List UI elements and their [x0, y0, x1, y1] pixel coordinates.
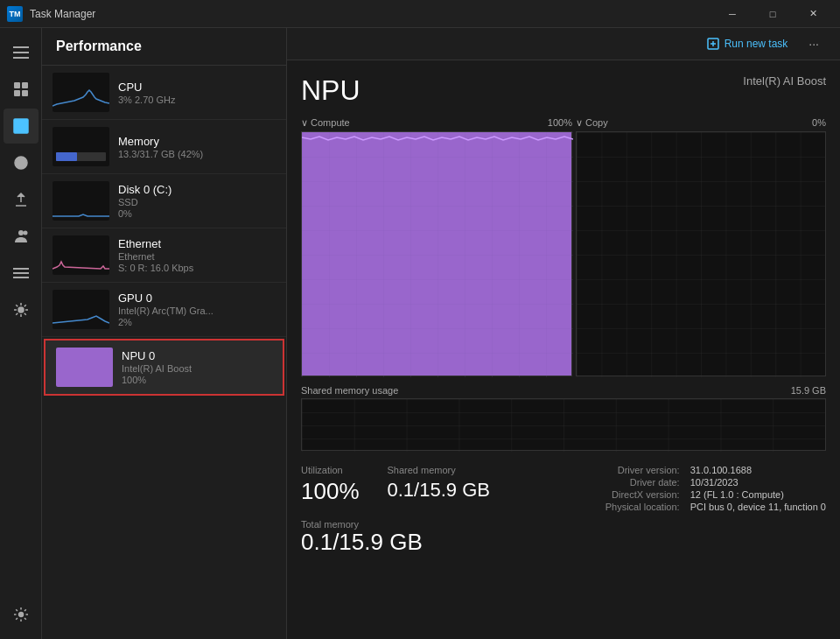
more-options-button[interactable]: ···: [802, 33, 826, 54]
svg-point-9: [18, 230, 24, 235]
compute-grid: [302, 132, 573, 377]
svg-rect-12: [13, 272, 29, 274]
device-item-disk[interactable]: Disk 0 (C:) SSD 0%: [42, 174, 286, 228]
npu-name: NPU 0: [122, 349, 272, 362]
sidebar-performance-icon[interactable]: [4, 109, 38, 144]
copy-chart-label: ∨ Copy 0%: [576, 117, 826, 129]
device-item-memory[interactable]: Memory 13.3/31.7 GB (42%): [42, 120, 286, 174]
sidebar-users-icon[interactable]: [4, 219, 38, 254]
sidebar-processes-icon[interactable]: [4, 72, 38, 107]
titlebar-left: TM Task Manager: [7, 6, 95, 22]
driver-version-value: 31.0.100.1688: [690, 465, 826, 475]
svg-rect-20: [577, 132, 825, 377]
npu-subtitle: Intel(R) AI Boost: [743, 74, 826, 88]
physical-location-label: Physical location:: [606, 502, 680, 512]
disk-name: Disk 0 (C:): [118, 183, 276, 196]
physical-location-value: PCI bus 0, device 11, function 0: [690, 502, 826, 512]
toolbar: Run new task ···: [287, 28, 840, 60]
gpu-sub: Intel(R) Arc(TM) Gra...: [118, 305, 276, 316]
memory-name: Memory: [118, 135, 276, 148]
device-item-ethernet[interactable]: Ethernet Ethernet S: 0 R: 16.0 Kbps: [42, 228, 286, 283]
cpu-sub: 3% 2.70 GHz: [118, 95, 276, 105]
svg-point-14: [18, 307, 24, 312]
charts-row: ∨ Compute 100%: [301, 117, 826, 376]
copy-chart: [576, 131, 826, 376]
ethernet-thumbnail: [52, 235, 109, 275]
shared-memory-stat-value: 0.1/15.9 GB: [388, 479, 490, 502]
run-task-icon: [707, 38, 719, 50]
svg-point-10: [23, 231, 27, 235]
ethernet-name: Ethernet: [118, 237, 276, 250]
sidebar-details-icon[interactable]: [4, 256, 38, 291]
npu-title: NPU: [301, 74, 360, 107]
cpu-name: CPU: [118, 81, 276, 94]
compute-pct: 100%: [548, 117, 572, 129]
right-header: NPU Intel(R) AI Boost: [301, 74, 826, 107]
utilization-value: 100%: [301, 479, 360, 504]
npu-thumbnail: [56, 348, 113, 387]
ethernet-sub: Ethernet: [118, 251, 276, 262]
svg-rect-19: [302, 132, 573, 377]
svg-rect-11: [13, 268, 29, 270]
left-panel: Performance CPU 3% 2.70 GHz: [42, 28, 287, 639]
titlebar: TM Task Manager ─ □ ✕: [0, 0, 840, 28]
device-list: CPU 3% 2.70 GHz Memory 13.3/31.7 GB (42%…: [42, 66, 286, 639]
shared-memory-stat: Shared memory 0.1/15.9 GB: [388, 465, 490, 512]
utilization-label: Utilization: [301, 465, 360, 475]
memory-thumbnail: [52, 127, 109, 166]
total-memory-section: Total memory 0.1/15.9 GB: [301, 519, 826, 555]
gpu-stat: 2%: [118, 317, 276, 327]
gpu-name: GPU 0: [118, 291, 276, 305]
left-panel-header: Performance: [42, 28, 286, 66]
main-container: Performance CPU 3% 2.70 GHz: [0, 28, 840, 639]
stats-section: Utilization 100% Shared memory 0.1/15.9 …: [301, 465, 826, 512]
driver-date-label: Driver date:: [606, 477, 680, 488]
close-button[interactable]: ✕: [793, 0, 833, 28]
copy-label: ∨ Copy: [576, 117, 608, 129]
sidebar-startup-icon[interactable]: [4, 182, 38, 217]
directx-value: 12 (FL 1.0 : Compute): [690, 489, 826, 500]
disk-stat: 0%: [118, 208, 276, 219]
svg-rect-6: [22, 90, 28, 96]
disk-info: Disk 0 (C:) SSD 0%: [118, 183, 276, 219]
sidebar-menu-icon[interactable]: [4, 35, 38, 70]
sidebar-settings-icon[interactable]: [4, 597, 38, 632]
memory-sub: 13.3/31.7 GB (42%): [118, 149, 276, 159]
device-item-npu[interactable]: NPU 0 Intel(R) AI Boost 100%: [44, 339, 284, 396]
driver-date-value: 10/31/2023: [690, 477, 826, 488]
disk-sub: SSD: [118, 197, 276, 207]
gpu-info: GPU 0 Intel(R) Arc(TM) Gra... 2%: [118, 291, 276, 327]
directx-label: DirectX version:: [606, 489, 680, 500]
app-icon: TM: [7, 6, 23, 22]
shared-memory-label: Shared memory usage: [301, 385, 398, 396]
run-task-label: Run new task: [724, 38, 788, 50]
window-controls: ─ □ ✕: [712, 0, 833, 28]
svg-rect-3: [14, 82, 20, 88]
svg-rect-0: [13, 46, 29, 48]
maximize-button[interactable]: □: [752, 0, 793, 28]
info-grid: Driver version: 31.0.100.1688 Driver dat…: [606, 465, 826, 512]
shared-memory-section: Shared memory usage 15.9 GB: [301, 385, 826, 451]
npu-sub: Intel(R) AI Boost: [122, 363, 272, 374]
copy-grid: [577, 132, 825, 377]
copy-pct: 0%: [812, 117, 826, 129]
minimize-button[interactable]: ─: [712, 0, 752, 28]
gpu-thumbnail: [52, 290, 109, 329]
run-new-task-button[interactable]: Run new task: [700, 34, 795, 53]
npu-info: NPU 0 Intel(R) AI Boost 100%: [122, 349, 272, 385]
svg-rect-4: [22, 82, 28, 88]
device-item-gpu[interactable]: GPU 0 Intel(R) Arc(TM) Gra... 2%: [42, 283, 286, 337]
shared-memory-max: 15.9 GB: [791, 385, 826, 396]
shared-memory-chart: [301, 398, 826, 451]
svg-rect-1: [13, 52, 29, 53]
copy-chart-container: ∨ Copy 0%: [576, 117, 826, 376]
compute-chart: [301, 131, 572, 376]
sidebar-history-icon[interactable]: [4, 145, 38, 180]
device-item-cpu[interactable]: CPU 3% 2.70 GHz: [42, 66, 286, 120]
window-title: Task Manager: [30, 8, 95, 20]
disk-thumbnail: [52, 181, 109, 221]
compute-chart-container: ∨ Compute 100%: [301, 117, 572, 376]
shared-memory-grid: [302, 399, 825, 452]
ethernet-info: Ethernet Ethernet S: 0 R: 16.0 Kbps: [118, 237, 276, 273]
sidebar-services-icon[interactable]: [4, 292, 38, 327]
